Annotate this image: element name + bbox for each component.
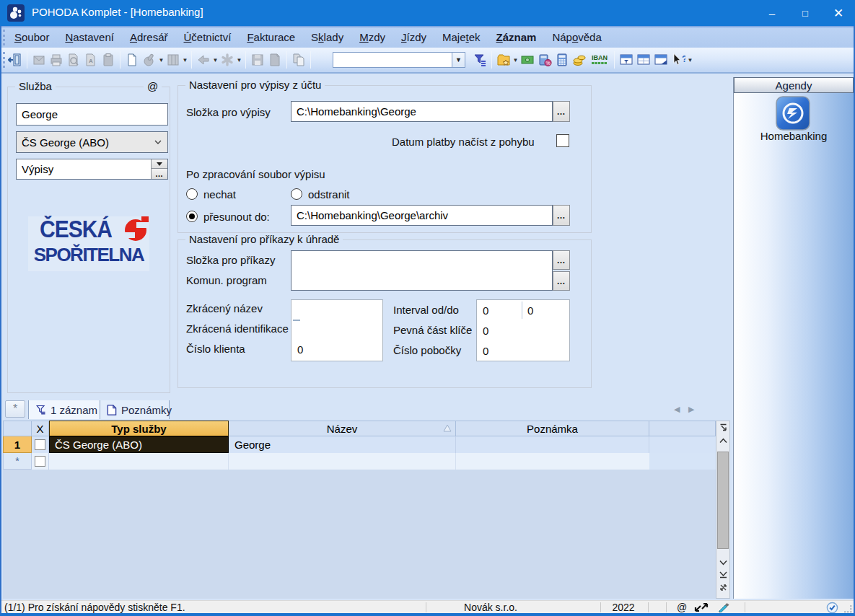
folder-prikazy-browse-button[interactable]: …: [553, 250, 570, 270]
new-tab-button[interactable]: *: [5, 400, 25, 418]
column-header-x[interactable]: X: [32, 421, 49, 436]
row-new-checkbox[interactable]: [35, 456, 45, 467]
row-new-x-cell[interactable]: [32, 453, 49, 470]
tab-notes[interactable]: Poznámky: [100, 400, 170, 419]
toolbar-grip[interactable]: [3, 52, 6, 68]
window-table-icon[interactable]: [636, 52, 652, 68]
cislo-klienta-value[interactable]: 0: [297, 343, 303, 356]
row-new-nazev-cell[interactable]: [229, 453, 456, 470]
window-form-icon[interactable]: [653, 52, 669, 68]
status-year[interactable]: 2022: [603, 602, 644, 614]
scroll-first-button[interactable]: [716, 421, 729, 434]
table-vertical-scrollbar[interactable]: [716, 421, 730, 599]
scrollbar-thumb[interactable]: [717, 452, 729, 549]
cislo-pobocky-value[interactable]: 0: [483, 345, 488, 357]
scroll-last-button[interactable]: [716, 568, 729, 581]
archive-browse-button[interactable]: …: [553, 205, 570, 226]
save-new-icon[interactable]: [267, 52, 283, 68]
komun-program-browse-button[interactable]: …: [553, 271, 570, 291]
folder-documents-icon[interactable]: [496, 52, 512, 68]
toolbar-search-combobox[interactable]: [333, 52, 452, 68]
menu-napoveda[interactable]: Nápověda: [544, 27, 609, 48]
status-company[interactable]: Novák s.r.o.: [433, 602, 548, 614]
homebanking-icon[interactable]: [775, 95, 811, 131]
exit-door-icon[interactable]: [7, 52, 23, 68]
maximize-button[interactable]: □: [789, 0, 822, 26]
pevna-cast-value[interactable]: 0: [483, 325, 488, 337]
agendy-header[interactable]: Agendy: [734, 77, 854, 93]
row-1-nazev-cell[interactable]: George: [229, 436, 456, 453]
radio-odstranit[interactable]: [291, 188, 302, 200]
row-1-number[interactable]: 1: [3, 436, 32, 453]
columns-icon[interactable]: [165, 52, 181, 68]
row-1-x-cell[interactable]: [32, 436, 49, 453]
homebanking-label[interactable]: Homebanking: [734, 130, 854, 142]
column-header-poznamka[interactable]: Poznámka: [456, 421, 649, 436]
save-icon[interactable]: [250, 52, 266, 68]
row-1-typ-cell[interactable]: ČS George (ABO): [49, 436, 229, 453]
prikazy-box[interactable]: [291, 250, 553, 291]
back-icon[interactable]: [196, 52, 211, 68]
interval-od-value[interactable]: 0: [483, 304, 488, 317]
cash-icon[interactable]: [519, 52, 535, 68]
row-1-checkbox[interactable]: [35, 439, 45, 450]
favorites-icon[interactable]: [219, 52, 235, 68]
menu-fakturace[interactable]: Fakturace: [239, 27, 303, 48]
status-at-symbol[interactable]: @: [677, 602, 687, 614]
scroll-up-button[interactable]: [716, 434, 729, 446]
menu-mzdy[interactable]: Mzdy: [351, 27, 393, 48]
service-type-select[interactable]: ČS George (ABO): [16, 131, 168, 153]
column-header-nazev[interactable]: Název: [229, 421, 456, 436]
pdf-export-icon[interactable]: A: [83, 52, 99, 68]
calc-percent-icon[interactable]: %: [537, 52, 553, 68]
column-header-typ[interactable]: Typ služby: [49, 421, 229, 436]
archive-folder-input[interactable]: C:\Homebanking\George\archiv: [291, 205, 553, 226]
menu-zaznam[interactable]: Záznam: [488, 27, 545, 48]
menu-sklady[interactable]: Sklady: [303, 27, 351, 48]
paste-icon[interactable]: [100, 52, 116, 68]
service-name-input[interactable]: George: [16, 103, 168, 126]
radio-nechat[interactable]: [186, 188, 198, 200]
menu-majetek[interactable]: Majetek: [434, 27, 488, 48]
folder-vypisy-input[interactable]: C:\Homebanking\George: [291, 101, 553, 122]
edit-record-icon[interactable]: [141, 52, 157, 68]
interval-box[interactable]: 0 0 0 0: [476, 299, 570, 361]
minimize-button[interactable]: –: [755, 0, 789, 26]
agenda-browse-button[interactable]: …: [151, 169, 167, 179]
tab-scroll-left[interactable]: ◀: [674, 405, 680, 414]
zkraceny-box[interactable]: 0: [291, 299, 383, 361]
folder-vypisy-browse-button[interactable]: …: [553, 101, 570, 122]
calculator-icon[interactable]: [554, 52, 570, 68]
filter-icon[interactable]: [472, 52, 488, 68]
row-1-poznamka-cell[interactable]: [456, 436, 649, 453]
iban-icon[interactable]: IBAN: [589, 52, 610, 68]
menu-soubor[interactable]: Soubor: [6, 27, 57, 48]
tab-records[interactable]: 1 záznam: [28, 400, 100, 419]
agenda-combobox[interactable]: Výpisy …: [16, 159, 168, 180]
folder-documents-dropdown[interactable]: ▼: [512, 52, 519, 68]
scroll-down-button[interactable]: [716, 556, 729, 568]
print-preview-icon[interactable]: [66, 52, 82, 68]
interval-do-value[interactable]: 0: [527, 304, 533, 317]
back-dropdown[interactable]: ▼: [212, 52, 219, 68]
menu-ucetnictvi[interactable]: Účetnictví: [176, 27, 240, 48]
close-button[interactable]: ✕: [822, 0, 855, 26]
favorites-dropdown[interactable]: ▼: [236, 52, 242, 68]
copy-icon[interactable]: [291, 52, 307, 68]
row-new-poznamka-cell[interactable]: [456, 453, 649, 470]
print-icon[interactable]: [48, 52, 64, 68]
row-new-number[interactable]: *: [3, 453, 32, 470]
radio-presunout[interactable]: [186, 211, 198, 222]
menu-adresar[interactable]: Adresář: [122, 27, 176, 48]
help-cursor-icon[interactable]: ?: [670, 52, 686, 68]
tab-scroll-right[interactable]: ▶: [688, 405, 694, 414]
help-dropdown[interactable]: ▼: [687, 52, 693, 68]
mail-icon[interactable]: [31, 52, 47, 68]
coins-icon[interactable]: [571, 52, 587, 68]
toolbar-search-dropdown[interactable]: ▼: [452, 52, 465, 68]
datum-platby-checkbox[interactable]: [556, 134, 569, 147]
scroll-resize-button[interactable]: [716, 581, 729, 594]
agenda-dropdown-button[interactable]: [151, 159, 167, 169]
row-new-typ-cell[interactable]: [49, 453, 229, 470]
menu-jizdy[interactable]: Jízdy: [393, 27, 434, 48]
